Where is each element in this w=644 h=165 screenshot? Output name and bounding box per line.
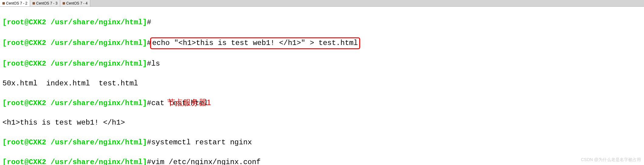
command: echo "<h1>this is test web1! </h1>" > te… — [152, 39, 358, 47]
tab-indicator-icon — [2, 2, 5, 5]
tab-indicator-icon — [33, 2, 35, 5]
terminal-output[interactable]: [root@CXK2 /usr/share/nginx/html]# [root… — [0, 7, 644, 165]
tab-centos-3[interactable]: CentOS 7 - 3 — [30, 0, 60, 6]
terminal-line: [root@CXK2 /usr/share/nginx/html]#system… — [2, 138, 642, 147]
prompt: [root@CXK2 /usr/share/nginx/html] — [2, 138, 147, 146]
command: systemctl restart nginx — [151, 138, 252, 146]
tab-bar: CentOS 7 - 2 CentOS 7 - 3 CentOS 7 - 4 — [0, 0, 644, 7]
prompt: [root@CXK2 /usr/share/nginx/html] — [2, 39, 147, 47]
tab-label: CentOS 7 - 2 — [6, 1, 27, 5]
tab-centos-4[interactable]: CentOS 7 - 4 — [60, 0, 90, 6]
tab-centos-2[interactable]: CentOS 7 - 2 — [0, 0, 30, 6]
prompt: [root@CXK2 /usr/share/nginx/html] — [2, 18, 147, 26]
watermark: CSDN @为什么老是名字被占用 — [581, 157, 641, 163]
prompt-hash: # — [147, 99, 151, 107]
tab-label: CentOS 7 - 4 — [66, 1, 88, 5]
terminal-line: [root@CXK2 /usr/share/nginx/html]#vim /e… — [2, 157, 642, 165]
annotation-label: 节点服务器1 — [167, 97, 211, 108]
tab-indicator-icon — [63, 2, 65, 5]
highlight-box: echo "<h1>this is test web1! </h1>" > te… — [150, 37, 360, 49]
command: vim /etc/nginx/nginx.conf — [151, 158, 261, 165]
prompt: [root@CXK2 /usr/share/nginx/html] — [2, 60, 147, 68]
prompt-hash: # — [147, 60, 151, 68]
tab-label: CentOS 7 - 3 — [36, 1, 57, 5]
terminal-output-line: 50x.html index.html test.html — [2, 79, 642, 88]
prompt-hash: # — [147, 18, 151, 26]
prompt-hash: # — [147, 158, 151, 165]
terminal-line: [root@CXK2 /usr/share/nginx/html]#echo "… — [2, 37, 642, 49]
terminal-line: [root@CXK2 /usr/share/nginx/html]#ls — [2, 59, 642, 69]
command: ls — [151, 60, 160, 68]
terminal-output-line: <h1>this is test web1! </h1> — [2, 118, 642, 128]
prompt: [root@CXK2 /usr/share/nginx/html] — [2, 99, 147, 107]
prompt-hash: # — [147, 138, 151, 146]
prompt: [root@CXK2 /usr/share/nginx/html] — [2, 158, 147, 165]
terminal-line: [root@CXK2 /usr/share/nginx/html]# — [2, 18, 642, 27]
terminal-line: [root@CXK2 /usr/share/nginx/html]#cat te… — [2, 98, 642, 108]
